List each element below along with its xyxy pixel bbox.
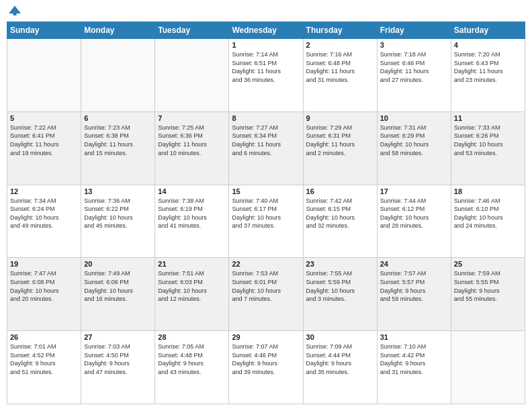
day-number: 9: [306, 114, 374, 122]
calendar-cell: [81, 39, 155, 112]
calendar-cell: 19Sunrise: 7:47 AM Sunset: 6:08 PM Dayli…: [7, 258, 81, 331]
calendar-cell: [7, 39, 81, 112]
day-number: 21: [158, 260, 226, 268]
day-info: Sunrise: 7:53 AM Sunset: 6:01 PM Dayligh…: [232, 269, 300, 303]
day-number: 28: [158, 333, 226, 341]
calendar-cell: 16Sunrise: 7:42 AM Sunset: 6:15 PM Dayli…: [303, 185, 377, 258]
week-row-4: 19Sunrise: 7:47 AM Sunset: 6:08 PM Dayli…: [7, 258, 525, 331]
day-info: Sunrise: 7:05 AM Sunset: 4:48 PM Dayligh…: [158, 342, 226, 376]
day-info: Sunrise: 7:47 AM Sunset: 6:08 PM Dayligh…: [10, 269, 78, 303]
calendar-cell: 1Sunrise: 7:14 AM Sunset: 6:51 PM Daylig…: [229, 39, 303, 112]
day-info: Sunrise: 7:34 AM Sunset: 6:24 PM Dayligh…: [10, 197, 78, 230]
day-number: 25: [454, 260, 522, 268]
day-number: 20: [84, 260, 152, 268]
calendar-cell: 26Sunrise: 7:01 AM Sunset: 4:52 PM Dayli…: [7, 331, 81, 404]
day-info: Sunrise: 7:16 AM Sunset: 6:48 PM Dayligh…: [306, 50, 374, 84]
day-number: 26: [10, 333, 78, 341]
day-number: 19: [10, 260, 78, 268]
day-number: 5: [10, 114, 78, 122]
calendar-cell: 30Sunrise: 7:09 AM Sunset: 4:44 PM Dayli…: [303, 331, 377, 404]
day-info: Sunrise: 7:29 AM Sunset: 6:31 PM Dayligh…: [306, 124, 374, 157]
day-info: Sunrise: 7:44 AM Sunset: 6:12 PM Dayligh…: [380, 197, 448, 230]
calendar-cell: 3Sunrise: 7:18 AM Sunset: 6:46 PM Daylig…: [377, 39, 451, 112]
day-number: 18: [454, 187, 522, 195]
calendar-cell: 20Sunrise: 7:49 AM Sunset: 6:06 PM Dayli…: [81, 258, 155, 331]
day-number: 30: [306, 333, 374, 341]
day-number: 27: [84, 333, 152, 341]
day-info: Sunrise: 7:51 AM Sunset: 6:03 PM Dayligh…: [158, 269, 226, 303]
day-number: 22: [232, 260, 300, 268]
day-number: 23: [306, 260, 374, 268]
day-info: Sunrise: 7:22 AM Sunset: 6:41 PM Dayligh…: [10, 124, 78, 157]
day-info: Sunrise: 7:01 AM Sunset: 4:52 PM Dayligh…: [10, 342, 78, 376]
day-info: Sunrise: 7:36 AM Sunset: 6:22 PM Dayligh…: [84, 197, 152, 230]
day-number: 8: [232, 114, 300, 122]
svg-marker-0: [9, 6, 21, 14]
calendar-cell: 5Sunrise: 7:22 AM Sunset: 6:41 PM Daylig…: [7, 111, 81, 185]
day-number: 24: [380, 260, 448, 268]
calendar-cell: 27Sunrise: 7:03 AM Sunset: 4:50 PM Dayli…: [81, 331, 155, 404]
calendar-cell: 8Sunrise: 7:27 AM Sunset: 6:34 PM Daylig…: [229, 111, 303, 185]
day-number: 2: [306, 41, 374, 49]
day-number: 6: [84, 114, 152, 122]
day-info: Sunrise: 7:27 AM Sunset: 6:34 PM Dayligh…: [232, 124, 300, 157]
day-info: Sunrise: 7:03 AM Sunset: 4:50 PM Dayligh…: [84, 342, 152, 376]
logo-icon: [8, 4, 21, 17]
day-info: Sunrise: 7:23 AM Sunset: 6:38 PM Dayligh…: [84, 124, 152, 157]
weekday-header-thursday: Thursday: [303, 22, 377, 39]
day-info: Sunrise: 7:10 AM Sunset: 4:42 PM Dayligh…: [380, 342, 448, 376]
logo: [7, 9, 21, 17]
calendar-cell: 11Sunrise: 7:33 AM Sunset: 6:26 PM Dayli…: [451, 111, 525, 185]
day-number: 15: [232, 187, 300, 195]
calendar-cell: 7Sunrise: 7:25 AM Sunset: 6:36 PM Daylig…: [155, 111, 229, 185]
calendar-cell: [451, 331, 525, 404]
week-row-2: 5Sunrise: 7:22 AM Sunset: 6:41 PM Daylig…: [7, 111, 525, 185]
day-number: 7: [158, 114, 226, 122]
week-row-1: 1Sunrise: 7:14 AM Sunset: 6:51 PM Daylig…: [7, 39, 525, 112]
day-info: Sunrise: 7:07 AM Sunset: 4:46 PM Dayligh…: [232, 342, 300, 376]
weekday-header-monday: Monday: [81, 22, 155, 39]
weekday-header-wednesday: Wednesday: [229, 22, 303, 39]
calendar-cell: 4Sunrise: 7:20 AM Sunset: 6:43 PM Daylig…: [451, 39, 525, 112]
day-number: 31: [380, 333, 448, 341]
day-info: Sunrise: 7:33 AM Sunset: 6:26 PM Dayligh…: [454, 124, 522, 157]
calendar-cell: 31Sunrise: 7:10 AM Sunset: 4:42 PM Dayli…: [377, 331, 451, 404]
day-info: Sunrise: 7:40 AM Sunset: 6:17 PM Dayligh…: [232, 197, 300, 230]
calendar-cell: 18Sunrise: 7:46 AM Sunset: 6:10 PM Dayli…: [451, 185, 525, 258]
day-number: 12: [10, 187, 78, 195]
day-info: Sunrise: 7:18 AM Sunset: 6:46 PM Dayligh…: [380, 50, 448, 84]
calendar-cell: 28Sunrise: 7:05 AM Sunset: 4:48 PM Dayli…: [155, 331, 229, 404]
calendar-cell: 22Sunrise: 7:53 AM Sunset: 6:01 PM Dayli…: [229, 258, 303, 331]
calendar-cell: 10Sunrise: 7:31 AM Sunset: 6:29 PM Dayli…: [377, 111, 451, 185]
day-number: 14: [158, 187, 226, 195]
calendar-table: SundayMondayTuesdayWednesdayThursdayFrid…: [7, 21, 525, 404]
day-number: 3: [380, 41, 448, 49]
day-info: Sunrise: 7:57 AM Sunset: 5:57 PM Dayligh…: [380, 269, 448, 303]
calendar-cell: 23Sunrise: 7:55 AM Sunset: 5:59 PM Dayli…: [303, 258, 377, 331]
calendar-cell: 17Sunrise: 7:44 AM Sunset: 6:12 PM Dayli…: [377, 185, 451, 258]
day-info: Sunrise: 7:55 AM Sunset: 5:59 PM Dayligh…: [306, 269, 374, 303]
weekday-header-row: SundayMondayTuesdayWednesdayThursdayFrid…: [7, 22, 525, 39]
svg-rect-1: [13, 13, 17, 15]
day-number: 17: [380, 187, 448, 195]
calendar-cell: 14Sunrise: 7:38 AM Sunset: 6:19 PM Dayli…: [155, 185, 229, 258]
day-info: Sunrise: 7:38 AM Sunset: 6:19 PM Dayligh…: [158, 197, 226, 230]
day-info: Sunrise: 7:31 AM Sunset: 6:29 PM Dayligh…: [380, 124, 448, 157]
weekday-header-saturday: Saturday: [451, 22, 525, 39]
day-number: 16: [306, 187, 374, 195]
weekday-header-tuesday: Tuesday: [155, 22, 229, 39]
calendar-cell: 21Sunrise: 7:51 AM Sunset: 6:03 PM Dayli…: [155, 258, 229, 331]
day-number: 29: [232, 333, 300, 341]
week-row-5: 26Sunrise: 7:01 AM Sunset: 4:52 PM Dayli…: [7, 331, 525, 404]
day-info: Sunrise: 7:14 AM Sunset: 6:51 PM Dayligh…: [232, 50, 300, 84]
calendar-cell: 24Sunrise: 7:57 AM Sunset: 5:57 PM Dayli…: [377, 258, 451, 331]
calendar-cell: 2Sunrise: 7:16 AM Sunset: 6:48 PM Daylig…: [303, 39, 377, 112]
calendar-cell: 29Sunrise: 7:07 AM Sunset: 4:46 PM Dayli…: [229, 331, 303, 404]
day-info: Sunrise: 7:59 AM Sunset: 5:55 PM Dayligh…: [454, 269, 522, 303]
day-number: 13: [84, 187, 152, 195]
weekday-header-sunday: Sunday: [7, 22, 81, 39]
day-info: Sunrise: 7:46 AM Sunset: 6:10 PM Dayligh…: [454, 197, 522, 230]
header: [7, 7, 525, 17]
calendar-cell: 9Sunrise: 7:29 AM Sunset: 6:31 PM Daylig…: [303, 111, 377, 185]
calendar-cell: 13Sunrise: 7:36 AM Sunset: 6:22 PM Dayli…: [81, 185, 155, 258]
